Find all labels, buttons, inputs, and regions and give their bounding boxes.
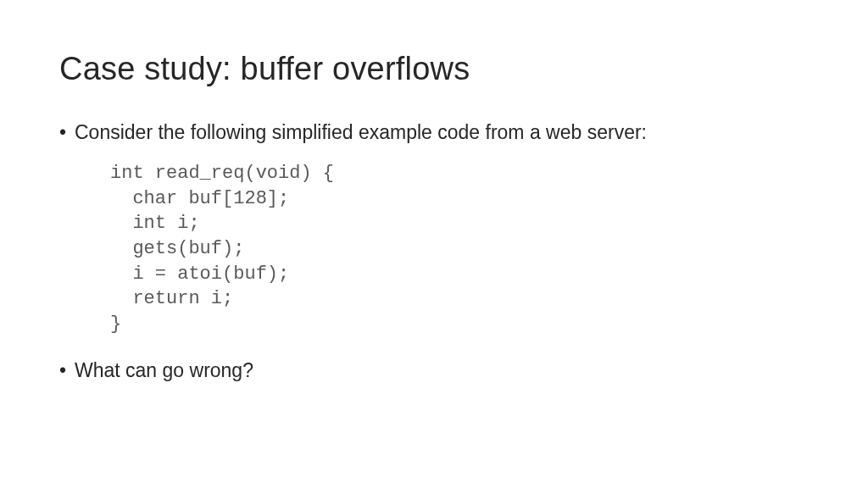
- code-block: int read_req(void) { char buf[128]; int …: [110, 161, 809, 337]
- bullet-item: Consider the following simplified exampl…: [59, 119, 809, 146]
- bullet-list: What can go wrong?: [59, 358, 809, 384]
- slide-title: Case study: buffer overflows: [59, 51, 809, 87]
- bullet-item: What can go wrong?: [59, 358, 809, 384]
- bullet-list: Consider the following simplified exampl…: [59, 119, 809, 146]
